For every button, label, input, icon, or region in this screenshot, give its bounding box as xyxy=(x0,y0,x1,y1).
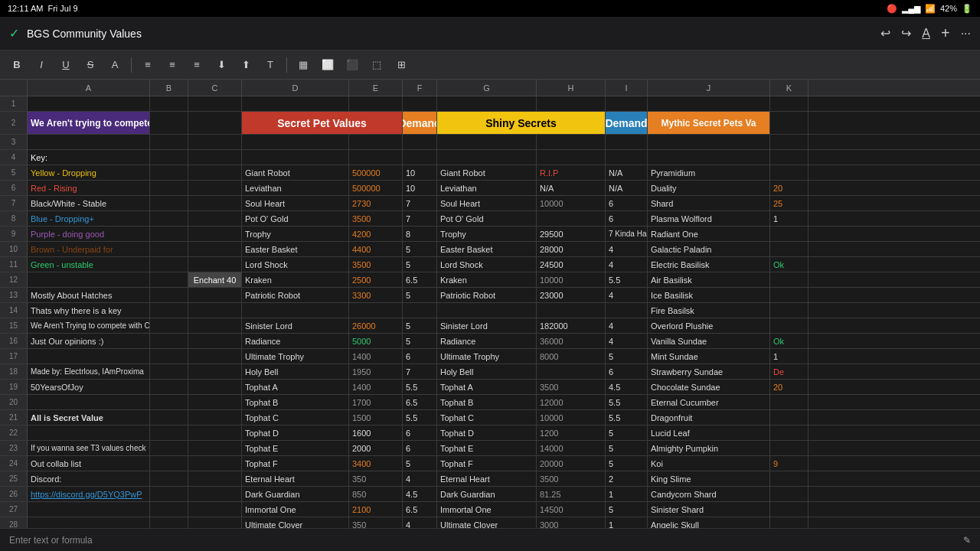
cell-25g[interactable]: Eternal Heart xyxy=(437,471,537,486)
cell-7i[interactable]: 6 xyxy=(606,196,648,210)
cell-27k[interactable] xyxy=(770,502,808,517)
cell-15j[interactable]: Overlord Plushie xyxy=(648,318,770,333)
cell-6d[interactable]: Leviathan xyxy=(242,181,349,195)
cell-24b[interactable] xyxy=(150,456,188,471)
cell-24a[interactable]: Out collab list xyxy=(28,456,150,471)
cell-15i[interactable]: 4 xyxy=(606,318,648,333)
cell-16f[interactable]: 5 xyxy=(403,334,437,348)
cell-13j[interactable]: Ice Basilisk xyxy=(648,288,770,302)
cell-4h[interactable] xyxy=(537,150,606,165)
cell-3j[interactable] xyxy=(648,135,770,149)
cell-19b[interactable] xyxy=(150,380,188,394)
cell-2g-shiny-header[interactable]: Shiny Secrets xyxy=(437,112,606,134)
more-button[interactable]: ··· xyxy=(961,27,971,41)
strikethrough-button[interactable]: S xyxy=(80,54,101,76)
cell-14a[interactable]: Thats why there is a key xyxy=(28,303,150,318)
cell-17h[interactable]: 8000 xyxy=(537,349,606,364)
cell-23d[interactable]: Tophat E xyxy=(242,441,349,455)
cell-16k[interactable]: Ok xyxy=(770,334,808,348)
cell-12d[interactable]: Kraken xyxy=(242,272,349,287)
underline-button[interactable]: U xyxy=(55,54,77,76)
cell-28b[interactable] xyxy=(150,517,188,528)
cell-7d[interactable]: Soul Heart xyxy=(242,196,349,210)
cell-4j[interactable] xyxy=(648,150,770,165)
cell-26e[interactable]: 850 xyxy=(349,487,403,501)
cell-13k[interactable] xyxy=(770,288,808,302)
cell-21h[interactable]: 10000 xyxy=(537,410,606,425)
cell-1d[interactable] xyxy=(242,96,349,111)
cell-8k[interactable]: 1 xyxy=(770,211,808,226)
cell-27j[interactable]: Sinister Shard xyxy=(648,502,770,517)
cell-8f[interactable]: 7 xyxy=(403,211,437,226)
cell-8i[interactable]: 6 xyxy=(606,211,648,226)
cell-28g[interactable]: Ultimate Clover xyxy=(437,517,537,528)
cell-21b[interactable] xyxy=(150,410,188,425)
cell-13i[interactable]: 4 xyxy=(606,288,648,302)
cell-21e[interactable]: 1500 xyxy=(349,410,403,425)
col-header-h[interactable]: H xyxy=(537,80,606,96)
cell-22h[interactable]: 1200 xyxy=(537,425,606,440)
cell-17d[interactable]: Ultimate Trophy xyxy=(242,349,349,364)
cell-11j[interactable]: Electric Basilisk xyxy=(648,257,770,272)
cell-18k[interactable]: De xyxy=(770,364,808,379)
cell-9d[interactable]: Trophy xyxy=(242,227,349,241)
cell-15a[interactable]: We Aren't Trying to compete with Collab xyxy=(28,318,150,333)
doc-title[interactable]: BGS Community Values xyxy=(27,28,873,40)
cell-26h[interactable]: 81.25 xyxy=(537,487,606,501)
cell-4i[interactable] xyxy=(606,150,648,165)
cell-1h[interactable] xyxy=(537,96,606,111)
cell-14e[interactable] xyxy=(349,303,403,318)
cell-23g[interactable]: Tophat E xyxy=(437,441,537,455)
cell-3f[interactable] xyxy=(403,135,437,149)
cell-24e[interactable]: 3400 xyxy=(349,456,403,471)
align-left-button[interactable]: ≡ xyxy=(137,54,158,76)
align-center-button[interactable]: ≡ xyxy=(162,54,183,76)
cell-19g[interactable]: Tophat A xyxy=(437,380,537,394)
cell-2d-secret-header[interactable]: Secret Pet Values xyxy=(242,112,403,134)
text-format-button[interactable]: A xyxy=(922,27,930,41)
font-color-button[interactable]: A xyxy=(104,54,126,76)
cell-22b[interactable] xyxy=(150,425,188,440)
cell-3k[interactable] xyxy=(770,135,808,149)
cell-3b[interactable] xyxy=(150,135,188,149)
col-header-a[interactable]: A xyxy=(28,80,150,96)
more-format-button[interactable]: ⊞ xyxy=(390,54,412,76)
cell-23a[interactable]: If you wanna see T3 values check xyxy=(28,441,150,455)
cell-25d[interactable]: Eternal Heart xyxy=(242,471,349,486)
cell-20c[interactable] xyxy=(188,395,242,409)
cell-15e[interactable]: 26000 xyxy=(349,318,403,333)
cell-24g[interactable]: Tophat F xyxy=(437,456,537,471)
cell-11d[interactable]: Lord Shock xyxy=(242,257,349,272)
cell-17k[interactable]: 1 xyxy=(770,349,808,364)
cell-18c[interactable] xyxy=(188,364,242,379)
cell-18a[interactable]: Made by: Electrlous, IAmProxima xyxy=(28,364,150,379)
cell-19i[interactable]: 4.5 xyxy=(606,380,648,394)
cell-20a[interactable] xyxy=(28,395,150,409)
cell-27b[interactable] xyxy=(150,502,188,517)
cell-6i[interactable]: N/A xyxy=(606,181,648,195)
cell-25b[interactable] xyxy=(150,471,188,486)
formula-icon[interactable]: ✎ xyxy=(963,535,971,546)
cell-19k[interactable]: 20 xyxy=(770,380,808,394)
cell-27h[interactable]: 14500 xyxy=(537,502,606,517)
cell-12j[interactable]: Air Basilisk xyxy=(648,272,770,287)
cell-18e[interactable]: 1950 xyxy=(349,364,403,379)
cell-21g[interactable]: Tophat C xyxy=(437,410,537,425)
cell-12f[interactable]: 6.5 xyxy=(403,272,437,287)
cell-14i[interactable] xyxy=(606,303,648,318)
col-header-b[interactable]: B xyxy=(150,80,188,96)
cell-27a[interactable] xyxy=(28,502,150,517)
cell-24c[interactable] xyxy=(188,456,242,471)
cell-7h[interactable]: 10000 xyxy=(537,196,606,210)
cell-13a[interactable]: Mostly About Hatches xyxy=(28,288,150,302)
align-right-button[interactable]: ≡ xyxy=(186,54,207,76)
cell-5j[interactable]: Pyramidium xyxy=(648,165,770,180)
fill-color-button[interactable]: ⬜ xyxy=(317,54,338,76)
cell-1i[interactable] xyxy=(606,96,648,111)
cell-26a[interactable]: https://discord.gg/D5YQ3PwP xyxy=(28,487,150,501)
cell-13d[interactable]: Patriotic Robot xyxy=(242,288,349,302)
merge-button[interactable]: ⬛ xyxy=(341,54,363,76)
cell-11a[interactable]: Green - unstable xyxy=(28,257,150,272)
cell-15f[interactable]: 5 xyxy=(403,318,437,333)
cell-12e[interactable]: 2500 xyxy=(349,272,403,287)
